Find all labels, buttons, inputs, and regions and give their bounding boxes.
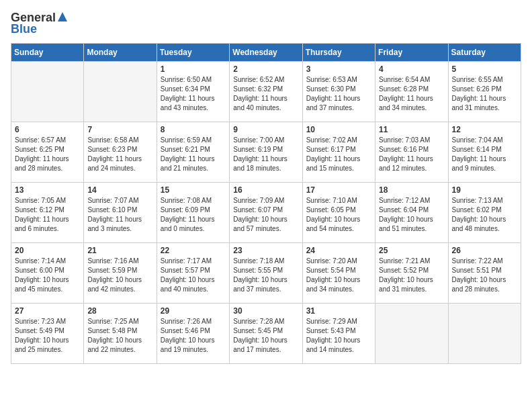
calendar-week-row: 27Sunrise: 7:23 AMSunset: 5:49 PMDayligh… [11, 304, 521, 364]
day-info: Sunrise: 7:20 AMSunset: 5:54 PMDaylight:… [306, 257, 371, 294]
calendar-week-row: 13Sunrise: 7:05 AMSunset: 6:12 PMDayligh… [11, 183, 521, 243]
day-header-tuesday: Tuesday [157, 44, 229, 62]
calendar-table: SundayMondayTuesdayWednesdayThursdayFrid… [11, 43, 521, 364]
day-number: 30 [233, 306, 298, 316]
page-header: General Blue [11, 11, 521, 36]
calendar-cell: 9Sunrise: 7:00 AMSunset: 6:19 PMDaylight… [230, 122, 302, 183]
day-number: 6 [15, 125, 80, 134]
day-header-wednesday: Wednesday [230, 44, 302, 62]
calendar-cell: 4Sunrise: 6:54 AMSunset: 6:28 PMDaylight… [375, 62, 448, 122]
calendar-cell: 15Sunrise: 7:08 AMSunset: 6:09 PMDayligh… [157, 183, 229, 243]
calendar-header-row: SundayMondayTuesdayWednesdayThursdayFrid… [11, 44, 521, 62]
day-info: Sunrise: 6:55 AMSunset: 6:26 PMDaylight:… [452, 75, 517, 113]
calendar-cell: 18Sunrise: 7:12 AMSunset: 6:04 PMDayligh… [375, 183, 448, 243]
calendar-cell: 26Sunrise: 7:22 AMSunset: 5:51 PMDayligh… [448, 243, 521, 304]
day-info: Sunrise: 7:21 AMSunset: 5:52 PMDaylight:… [379, 257, 444, 294]
day-number: 5 [452, 64, 517, 74]
logo: General Blue [11, 11, 67, 36]
calendar-cell: 16Sunrise: 7:09 AMSunset: 6:07 PMDayligh… [230, 183, 302, 243]
day-info: Sunrise: 7:25 AMSunset: 5:48 PMDaylight:… [87, 317, 152, 355]
calendar-cell: 17Sunrise: 7:10 AMSunset: 6:05 PMDayligh… [302, 183, 375, 243]
day-info: Sunrise: 7:29 AMSunset: 5:43 PMDaylight:… [306, 317, 371, 355]
day-number: 22 [161, 246, 226, 255]
day-number: 7 [87, 125, 152, 134]
calendar-cell: 1Sunrise: 6:50 AMSunset: 6:34 PMDaylight… [157, 62, 229, 122]
day-info: Sunrise: 7:16 AMSunset: 5:59 PMDaylight:… [87, 257, 152, 294]
day-number: 17 [306, 185, 371, 195]
day-number: 23 [233, 246, 298, 255]
logo-arrow-icon [58, 12, 67, 24]
day-number: 10 [306, 125, 371, 134]
day-header-thursday: Thursday [302, 44, 375, 62]
svg-marker-0 [58, 12, 67, 21]
day-number: 29 [161, 306, 226, 316]
day-info: Sunrise: 6:59 AMSunset: 6:21 PMDaylight:… [161, 136, 226, 173]
day-info: Sunrise: 7:07 AMSunset: 6:10 PMDaylight:… [87, 196, 152, 234]
calendar-cell: 22Sunrise: 7:17 AMSunset: 5:57 PMDayligh… [157, 243, 229, 304]
day-info: Sunrise: 6:50 AMSunset: 6:34 PMDaylight:… [161, 75, 226, 113]
calendar-cell: 30Sunrise: 7:28 AMSunset: 5:45 PMDayligh… [230, 304, 302, 364]
calendar-cell: 20Sunrise: 7:14 AMSunset: 6:00 PMDayligh… [11, 243, 84, 304]
calendar-week-row: 20Sunrise: 7:14 AMSunset: 6:00 PMDayligh… [11, 243, 521, 304]
day-number: 12 [452, 125, 517, 134]
day-number: 27 [15, 306, 80, 316]
calendar-cell: 6Sunrise: 6:57 AMSunset: 6:25 PMDaylight… [11, 122, 84, 183]
day-number: 3 [306, 64, 371, 74]
calendar-cell: 7Sunrise: 6:58 AMSunset: 6:23 PMDaylight… [84, 122, 157, 183]
day-number: 19 [452, 185, 517, 195]
logo-blue-text: Blue [11, 22, 37, 36]
day-header-saturday: Saturday [448, 44, 521, 62]
calendar-cell: 28Sunrise: 7:25 AMSunset: 5:48 PMDayligh… [84, 304, 157, 364]
day-number: 26 [452, 246, 517, 255]
day-header-sunday: Sunday [11, 44, 84, 62]
calendar-cell: 8Sunrise: 6:59 AMSunset: 6:21 PMDaylight… [157, 122, 229, 183]
calendar-cell: 19Sunrise: 7:13 AMSunset: 6:02 PMDayligh… [448, 183, 521, 243]
calendar-cell: 2Sunrise: 6:52 AMSunset: 6:32 PMDaylight… [230, 62, 302, 122]
day-number: 15 [161, 185, 226, 195]
calendar-cell: 12Sunrise: 7:04 AMSunset: 6:14 PMDayligh… [448, 122, 521, 183]
day-info: Sunrise: 7:28 AMSunset: 5:45 PMDaylight:… [233, 317, 298, 355]
day-info: Sunrise: 7:18 AMSunset: 5:55 PMDaylight:… [233, 257, 298, 294]
day-header-friday: Friday [375, 44, 448, 62]
calendar-cell: 13Sunrise: 7:05 AMSunset: 6:12 PMDayligh… [11, 183, 84, 243]
calendar-cell: 25Sunrise: 7:21 AMSunset: 5:52 PMDayligh… [375, 243, 448, 304]
day-info: Sunrise: 7:26 AMSunset: 5:46 PMDaylight:… [161, 317, 226, 355]
day-info: Sunrise: 6:54 AMSunset: 6:28 PMDaylight:… [379, 75, 444, 113]
day-number: 31 [306, 306, 371, 316]
calendar-cell: 21Sunrise: 7:16 AMSunset: 5:59 PMDayligh… [84, 243, 157, 304]
day-number: 8 [161, 125, 226, 134]
calendar-cell [375, 304, 448, 364]
calendar-cell: 10Sunrise: 7:02 AMSunset: 6:17 PMDayligh… [302, 122, 375, 183]
day-info: Sunrise: 7:03 AMSunset: 6:16 PMDaylight:… [379, 136, 444, 173]
day-number: 4 [379, 64, 444, 74]
day-info: Sunrise: 7:12 AMSunset: 6:04 PMDaylight:… [379, 196, 444, 234]
day-info: Sunrise: 7:13 AMSunset: 6:02 PMDaylight:… [452, 196, 517, 234]
day-info: Sunrise: 7:05 AMSunset: 6:12 PMDaylight:… [15, 196, 80, 234]
calendar-cell: 5Sunrise: 6:55 AMSunset: 6:26 PMDaylight… [448, 62, 521, 122]
day-number: 21 [87, 246, 152, 255]
day-number: 14 [87, 185, 152, 195]
day-info: Sunrise: 6:58 AMSunset: 6:23 PMDaylight:… [87, 136, 152, 173]
day-info: Sunrise: 7:17 AMSunset: 5:57 PMDaylight:… [161, 257, 226, 294]
day-info: Sunrise: 6:53 AMSunset: 6:30 PMDaylight:… [306, 75, 371, 113]
day-header-monday: Monday [84, 44, 157, 62]
calendar-cell: 29Sunrise: 7:26 AMSunset: 5:46 PMDayligh… [157, 304, 229, 364]
day-number: 18 [379, 185, 444, 195]
day-info: Sunrise: 7:08 AMSunset: 6:09 PMDaylight:… [161, 196, 226, 234]
calendar-cell: 11Sunrise: 7:03 AMSunset: 6:16 PMDayligh… [375, 122, 448, 183]
day-number: 11 [379, 125, 444, 134]
day-info: Sunrise: 6:52 AMSunset: 6:32 PMDaylight:… [233, 75, 298, 113]
day-number: 25 [379, 246, 444, 255]
day-number: 24 [306, 246, 371, 255]
calendar-cell [84, 62, 157, 122]
calendar-cell [11, 62, 84, 122]
day-number: 28 [87, 306, 152, 316]
day-info: Sunrise: 6:57 AMSunset: 6:25 PMDaylight:… [15, 136, 80, 173]
day-info: Sunrise: 7:14 AMSunset: 6:00 PMDaylight:… [15, 257, 80, 294]
calendar-week-row: 6Sunrise: 6:57 AMSunset: 6:25 PMDaylight… [11, 122, 521, 183]
calendar-cell: 3Sunrise: 6:53 AMSunset: 6:30 PMDaylight… [302, 62, 375, 122]
day-info: Sunrise: 7:09 AMSunset: 6:07 PMDaylight:… [233, 196, 298, 234]
day-info: Sunrise: 7:00 AMSunset: 6:19 PMDaylight:… [233, 136, 298, 173]
day-info: Sunrise: 7:02 AMSunset: 6:17 PMDaylight:… [306, 136, 371, 173]
day-number: 2 [233, 64, 298, 74]
